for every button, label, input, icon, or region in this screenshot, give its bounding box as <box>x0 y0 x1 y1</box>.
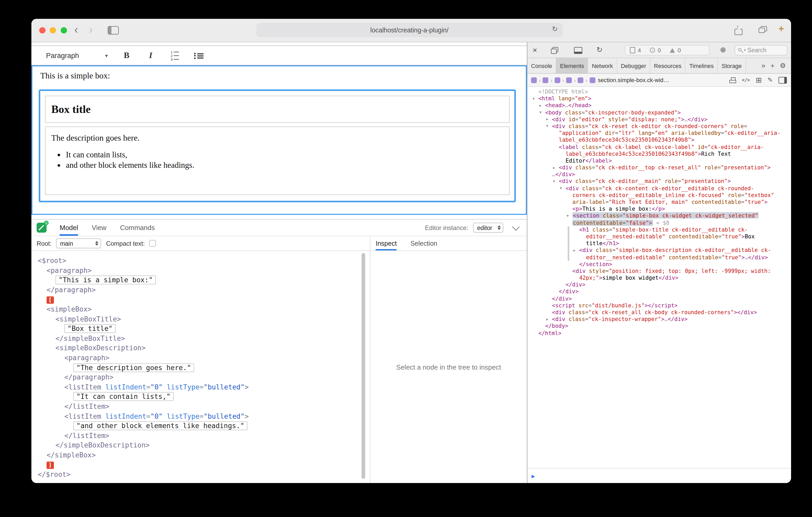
devtools-tab-network[interactable]: Network <box>588 58 617 73</box>
devtools-tab-storage[interactable]: Storage <box>718 58 746 73</box>
dom-tree-line[interactable]: <!DOCTYPE html> <box>527 88 791 95</box>
dom-tree-line[interactable]: editor__nested-editable" contenteditable… <box>527 233 791 240</box>
model-tree-line[interactable]: <listItem listIndent="0" listType="bulle… <box>31 412 370 421</box>
numbered-list-button[interactable]: 123 <box>170 50 180 61</box>
dom-tree-line[interactable]: ▼<div class="ck ck-content ck-editor__ed… <box>527 185 791 191</box>
dom-tree-line[interactable]: <div style="position: fixed; top: 0px; l… <box>527 268 791 274</box>
inspect-tab-inspect[interactable]: Inspect <box>376 236 397 250</box>
dom-tree-line[interactable]: <div class="ck ck-reset_all ck-body ck-r… <box>527 309 791 316</box>
overflow-tabs-button[interactable]: » <box>761 62 765 69</box>
model-tree-line[interactable]: </paragraph> <box>31 373 370 383</box>
url-field[interactable]: localhost/creating-a-plugin/ ↻ <box>256 23 562 37</box>
element-icon[interactable] <box>543 77 549 83</box>
dom-tree-line[interactable]: 42px;">simple box widget</div> <box>527 274 791 281</box>
dom-tree-line[interactable]: </section> <box>527 261 791 267</box>
dom-tree-line[interactable]: ▼<section class="simple-box ck-widget ck… <box>527 213 791 219</box>
dom-tree-line[interactable]: ▼<html lang="en"> <box>527 95 791 102</box>
devtools-tab-elements[interactable]: Elements <box>556 58 588 73</box>
detach-devtools-button[interactable] <box>551 47 558 53</box>
details-sidebar-button[interactable] <box>779 77 787 83</box>
edit-button[interactable]: ✎ <box>767 77 773 83</box>
disclosure-open-icon[interactable]: ▼ <box>540 109 545 116</box>
warning-count-button[interactable]: 0 <box>670 47 681 53</box>
add-tab-button[interactable]: + <box>771 62 775 69</box>
dom-tree-line[interactable]: Editor</label> <box>527 157 791 164</box>
disclosure-closed-icon[interactable]: ▶ <box>573 247 579 254</box>
disclosure-open-icon[interactable]: ▼ <box>560 185 566 192</box>
disclosure-open-icon[interactable]: ▼ <box>553 178 559 185</box>
dom-tree-line[interactable]: <h1 class="simple-box-title ck-editor__e… <box>527 226 791 233</box>
model-tree-line[interactable]: </simpleBoxTitle> <box>31 334 370 344</box>
model-tree-line[interactable]: <simpleBox> <box>31 305 370 314</box>
dom-tree-line[interactable]: </div> <box>527 295 791 302</box>
model-tree-line[interactable]: <listItem listIndent="0" listType="bulle… <box>31 383 370 392</box>
new-tab-button[interactable]: + <box>779 24 784 34</box>
disclosure-open-icon[interactable]: ▼ <box>532 95 539 102</box>
zoom-window-button[interactable] <box>61 27 67 33</box>
model-tree-scrollbar[interactable] <box>361 253 365 479</box>
element-icon[interactable] <box>578 77 584 83</box>
dom-tree-line[interactable]: </div> <box>527 288 791 295</box>
dom-tree-line[interactable]: ▶<div class="ck ck-editor__top ck-reset_… <box>527 164 791 171</box>
rich-text-editor[interactable]: This is a simple box: Box title The desc… <box>31 65 527 215</box>
disclosure-open-icon[interactable]: ▼ <box>546 123 552 130</box>
reload-page-button[interactable]: ↻ <box>597 45 603 54</box>
dom-tree-line[interactable]: contenteditable="false"> = $0 <box>527 219 791 226</box>
model-tree-line[interactable]: ] <box>31 460 370 470</box>
dom-tree-line[interactable]: </html> <box>527 330 791 336</box>
disclosure-closed-icon[interactable]: ▶ <box>540 102 545 109</box>
model-tree-line[interactable]: "This is a simple box:" <box>31 275 370 285</box>
dom-tree-line[interactable]: <p>This is a simple box:</p> <box>527 206 791 212</box>
sidebar-toggle-button[interactable] <box>108 26 119 34</box>
model-tree-line[interactable]: </simpleBoxDescription> <box>31 441 370 451</box>
dom-tree-line[interactable]: </body> <box>527 323 791 330</box>
bulleted-list-button[interactable] <box>194 52 204 59</box>
grid-overlay-button[interactable]: ⊞ <box>755 76 761 84</box>
disclosure-closed-icon[interactable]: ▶ <box>546 116 552 123</box>
box-title-editable[interactable]: Box title <box>45 96 510 123</box>
dom-tree-line[interactable]: <script src="dist/bundle.js"></script> <box>527 302 791 309</box>
devtools-search[interactable]: ▾ <box>734 45 787 55</box>
editor-instance-select[interactable]: editor <box>473 223 503 233</box>
dom-tree-line[interactable]: corners ck-editor__editable_inline ck-fo… <box>527 192 791 199</box>
devtools-tab-resources[interactable]: Resources <box>650 58 686 73</box>
dom-tree-line[interactable]: label_e63cbbfece34c53ce23501062343f49b8"… <box>527 137 791 144</box>
breadcrumb-current[interactable]: section.simple-box.ck-wid… <box>598 77 669 83</box>
dom-tree-line[interactable]: editor__nested-editable" contenteditable… <box>527 254 791 261</box>
dom-tree-line[interactable]: ▶<div class="simple-box-description ck-e… <box>527 247 791 254</box>
bold-button[interactable]: B <box>121 51 132 60</box>
dom-tree-line[interactable]: ▼<div class="ck ck-reset ck-editor ck-ro… <box>527 123 791 130</box>
model-tree-line[interactable]: </simpleBox> <box>31 451 370 460</box>
dom-tree-line[interactable]: ▶<head>…</head> <box>527 102 791 109</box>
settings-gear-icon[interactable]: ⚙ <box>780 62 786 69</box>
simple-box-widget[interactable]: Box title The description goes here. It … <box>39 89 516 202</box>
model-tree-line[interactable]: <simpleBoxTitle> <box>31 314 370 324</box>
heading-dropdown[interactable]: Paragraph ▾ <box>46 52 108 59</box>
minimize-window-button[interactable] <box>50 27 56 33</box>
element-picker-button[interactable]: ⊕ <box>720 45 726 54</box>
model-tree-line[interactable]: </listItem> <box>31 402 370 412</box>
dom-tree-line[interactable]: <label class="ck ck-label ck-voice-label… <box>527 144 791 150</box>
close-window-button[interactable] <box>39 27 46 33</box>
model-tree-line[interactable]: "It can contain lists," <box>31 392 370 402</box>
model-tree-line[interactable]: <$root> <box>31 256 370 266</box>
model-tree-line[interactable]: </listItem> <box>31 431 370 441</box>
model-tree-line[interactable]: [ <box>31 295 370 305</box>
dom-tree-line[interactable]: ▶<div class="ck-inspector-wrapper">…</di… <box>527 316 791 323</box>
italic-button[interactable]: I <box>145 51 156 60</box>
dom-tree-line[interactable]: </div> <box>527 281 791 288</box>
model-tree-line[interactable]: "The description goes here." <box>31 363 370 373</box>
disclosure-closed-icon[interactable]: ▶ <box>546 316 552 323</box>
devtools-tab-timelines[interactable]: Timelines <box>686 58 718 73</box>
model-tree-line[interactable]: </$root> <box>31 470 370 480</box>
devtools-tab-console[interactable]: Console <box>527 58 556 73</box>
dom-tree-line[interactable]: …</div> <box>527 171 791 178</box>
model-tree-line[interactable]: <simpleBoxDescription> <box>31 344 370 354</box>
ck-tab-commands[interactable]: Commands <box>120 219 155 236</box>
element-icon[interactable] <box>589 77 595 83</box>
dom-tree-line[interactable]: title</h1> <box>527 240 791 247</box>
forward-button[interactable]: › <box>89 23 93 37</box>
box-description-editable[interactable]: The description goes here. It can contai… <box>45 126 510 195</box>
disclosure-open-icon[interactable]: ▼ <box>567 213 572 219</box>
element-icon[interactable] <box>566 77 572 83</box>
